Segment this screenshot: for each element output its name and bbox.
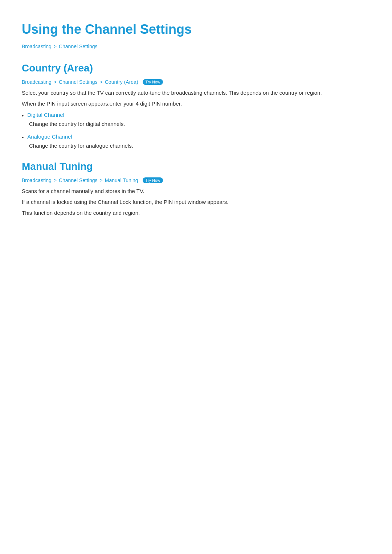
section-title-country-area: Country (Area) — [22, 62, 370, 74]
breadcrumb-separator-1: > — [54, 44, 57, 49]
section2-breadcrumb-manual-tuning[interactable]: Manual Tuning — [105, 177, 138, 183]
analogue-channel-link[interactable]: Analogue Channel — [27, 134, 72, 140]
section2-body3: This function depends on the country and… — [22, 209, 370, 217]
section1-breadcrumb-channel-settings[interactable]: Channel Settings — [59, 79, 98, 85]
section-country-area: Country (Area) Broadcasting > Channel Se… — [22, 62, 370, 150]
bullet-dot-2: • — [22, 134, 24, 140]
analogue-channel-description: Change the country for analogue channels… — [29, 142, 370, 150]
page-title: Using the Channel Settings — [22, 22, 370, 37]
section2-body1: Scans for a channel manually and stores … — [22, 187, 370, 196]
section1-breadcrumb-country-area[interactable]: Country (Area) — [105, 79, 138, 85]
section1-breadcrumb-broadcasting[interactable]: Broadcasting — [22, 79, 52, 85]
breadcrumb-broadcasting[interactable]: Broadcasting — [22, 44, 52, 49]
section2-body2: If a channel is locked using the Channel… — [22, 198, 370, 206]
section1-body1: Select your country so that the TV can c… — [22, 89, 370, 97]
section1-breadcrumb-sep2: > — [100, 79, 103, 85]
section2-breadcrumb-sep1: > — [54, 177, 57, 183]
section1-bullet-list: • Digital Channel Change the country for… — [22, 112, 370, 150]
section2-breadcrumb: Broadcasting > Channel Settings > Manual… — [22, 177, 370, 183]
section-manual-tuning: Manual Tuning Broadcasting > Channel Set… — [22, 161, 370, 217]
list-item: • Analogue Channel Change the country fo… — [22, 134, 370, 150]
section2-breadcrumb-channel-settings[interactable]: Channel Settings — [59, 177, 98, 183]
section1-breadcrumb: Broadcasting > Channel Settings > Countr… — [22, 79, 370, 85]
section-title-manual-tuning: Manual Tuning — [22, 161, 370, 172]
breadcrumb: Broadcasting > Channel Settings — [22, 44, 370, 49]
try-now-button-2[interactable]: Try Now — [143, 177, 163, 183]
section2-breadcrumb-broadcasting[interactable]: Broadcasting — [22, 177, 52, 183]
breadcrumb-channel-settings[interactable]: Channel Settings — [59, 44, 98, 49]
list-item: • Digital Channel Change the country for… — [22, 112, 370, 128]
section2-breadcrumb-sep2: > — [100, 177, 103, 183]
digital-channel-description: Change the country for digital channels. — [29, 120, 370, 128]
try-now-button-1[interactable]: Try Now — [143, 79, 163, 85]
bullet-dot-1: • — [22, 112, 24, 119]
section1-breadcrumb-sep1: > — [54, 79, 57, 85]
digital-channel-link[interactable]: Digital Channel — [27, 112, 64, 118]
section1-body2: When the PIN input screen appears,enter … — [22, 99, 370, 108]
